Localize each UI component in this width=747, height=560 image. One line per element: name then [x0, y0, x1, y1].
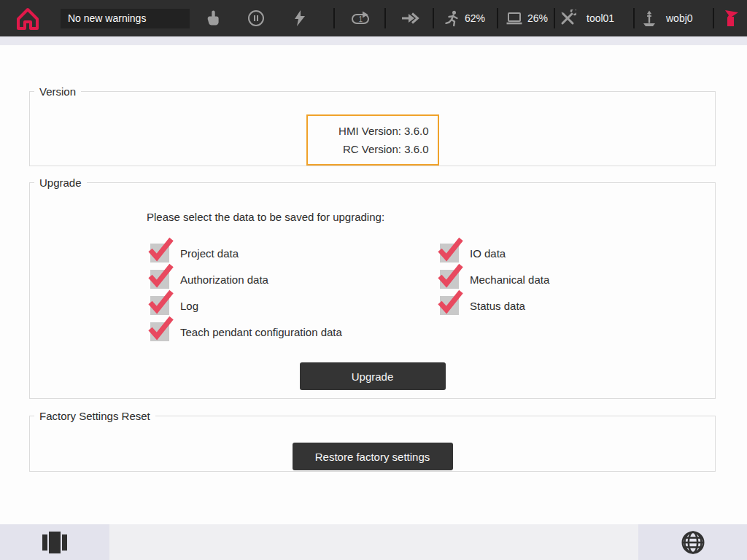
topbar-divider [433, 8, 434, 28]
checkbox-label: Status data [470, 300, 525, 312]
checkbox-label: IO data [470, 247, 506, 260]
topbar-divider [633, 8, 635, 28]
checkbox-item-io-data[interactable]: IO data [440, 240, 549, 266]
upgrade-prompt-text: Please select the data to be saved for u… [147, 211, 384, 223]
home-icon [13, 4, 42, 33]
restore-factory-settings-button[interactable]: Restore factory settings [293, 443, 453, 470]
topbar-divider [384, 8, 386, 28]
checkmark-icon [147, 237, 174, 260]
workobject-name-label: wobj0 [666, 0, 693, 36]
globe-icon [680, 529, 706, 556]
robot-arm-logo-icon [722, 7, 740, 30]
checkbox-item-project-data[interactable]: Project data [150, 240, 342, 266]
view-switcher-button[interactable] [0, 524, 109, 560]
rc-version-text: RC Version: 3.6.0 [343, 140, 429, 158]
language-button[interactable] [638, 524, 747, 560]
bottom-taskbar [0, 524, 747, 560]
brand-logo [722, 0, 740, 36]
checkmark-icon [147, 289, 174, 313]
checkbox-label: Teach pendant configuration data [180, 326, 342, 338]
checkbox-label: Project data [180, 247, 239, 260]
checkbox-checked[interactable] [440, 270, 459, 289]
manual-mode-button[interactable] [204, 0, 222, 36]
tool-name-label: tool01 [587, 0, 614, 36]
checkbox-item-log[interactable]: Log [150, 292, 342, 319]
svg-text:1: 1 [359, 15, 363, 23]
tools-icon [559, 9, 576, 27]
checkbox-item-mechanical-data[interactable]: Mechanical data [440, 266, 549, 292]
factory-reset-section: Factory Settings Reset Restore factory s… [29, 410, 716, 472]
hand-touch-icon [204, 9, 222, 27]
tool-selector[interactable] [559, 0, 576, 36]
upgrade-section-title: Upgrade [34, 176, 87, 189]
checkmark-icon [437, 237, 463, 260]
view-switcher-icon [40, 529, 69, 556]
power-button[interactable] [292, 0, 308, 36]
checkmark-icon [147, 263, 174, 287]
checkbox-checked[interactable] [150, 296, 169, 315]
loop-once-button[interactable]: 1 [350, 0, 371, 36]
upgrade-options-right-column: IO data Mechanical data Status data [440, 240, 549, 319]
speed-indicator[interactable] [443, 0, 460, 36]
checkbox-checked[interactable] [150, 322, 169, 341]
laptop-icon [505, 9, 524, 27]
hmi-version-text: HMI Version: 3.6.0 [338, 122, 428, 140]
hmi-screen: No new warnings 1 [0, 0, 747, 560]
topbar-divider [333, 8, 335, 28]
checkbox-item-authorization-data[interactable]: Authorization data [150, 266, 342, 292]
checkmark-icon [437, 289, 463, 313]
loop-once-icon: 1 [350, 9, 371, 27]
topbar-divider [713, 8, 714, 28]
checkbox-checked[interactable] [150, 270, 169, 289]
checkbox-checked[interactable] [150, 244, 169, 262]
workobject-selector[interactable] [640, 0, 658, 36]
upgrade-section: Upgrade Please select the data to be sav… [29, 176, 716, 399]
checkmark-icon [437, 263, 463, 287]
version-info-box: HMI Version: 3.6.0 RC Version: 3.6.0 [306, 114, 439, 166]
load-percent-label: 26% [527, 0, 548, 36]
version-section: Version HMI Version: 3.6.0 RC Version: 3… [29, 85, 716, 166]
topbar-divider [497, 8, 498, 28]
joystick-icon [640, 9, 658, 27]
checkbox-item-teach-pendant-config[interactable]: Teach pendant configuration data [150, 319, 342, 345]
system-load-indicator[interactable] [505, 0, 524, 36]
running-person-icon [443, 9, 460, 27]
home-button[interactable] [13, 0, 42, 36]
warning-message-box[interactable]: No new warnings [61, 9, 190, 28]
factory-reset-section-title: Factory Settings Reset [34, 410, 155, 422]
pause-button[interactable] [247, 0, 265, 36]
checkbox-item-status-data[interactable]: Status data [440, 292, 549, 319]
topbar-shadow-strip [0, 36, 747, 45]
checkbox-label: Authorization data [180, 273, 268, 286]
checkbox-label: Mechanical data [470, 273, 549, 286]
step-forward-button[interactable] [401, 0, 420, 36]
topbar-divider [554, 8, 555, 28]
checkbox-label: Log [180, 300, 198, 312]
version-section-title: Version [34, 85, 81, 98]
step-forward-icon [401, 9, 420, 27]
top-status-bar: No new warnings 1 [0, 0, 747, 36]
checkmark-icon [147, 316, 174, 339]
lightning-icon [292, 9, 308, 27]
upgrade-options-left-column: Project data Authorization data Log Teac… [150, 240, 342, 345]
speed-percent-label: 62% [465, 0, 485, 36]
checkbox-checked[interactable] [440, 244, 459, 262]
pause-icon [247, 9, 265, 27]
upgrade-button[interactable]: Upgrade [300, 362, 446, 390]
checkbox-checked[interactable] [440, 296, 459, 315]
